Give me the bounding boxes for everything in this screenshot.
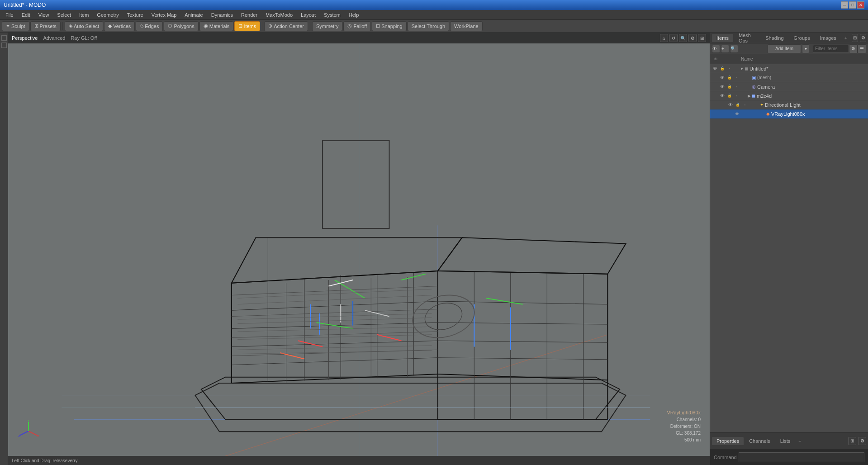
- vp-ctrl-settings[interactable]: ⚙: [688, 34, 697, 42]
- command-bar: Command: [710, 449, 868, 465]
- workplane-button[interactable]: WorkPlane: [450, 21, 483, 31]
- vertices-button[interactable]: ◆ Vertices: [104, 21, 135, 31]
- menu-edit[interactable]: Edit: [18, 11, 34, 19]
- vp-ctrl-search[interactable]: 🔍: [679, 34, 687, 42]
- panel-expand[interactable]: ⊞: [852, 34, 858, 42]
- panel-settings[interactable]: ⚙: [860, 34, 866, 42]
- tab-mesh-ops[interactable]: Mesh Ops: [734, 31, 760, 45]
- menu-help[interactable]: Help: [345, 11, 363, 19]
- main-toolbar: ✦ Sculpt ⊞ Presets ◈ Auto Select ◆ Verti…: [0, 20, 868, 33]
- menu-maxtomodo[interactable]: MaxToModo: [262, 11, 296, 19]
- menu-view[interactable]: View: [35, 11, 53, 19]
- menu-dynamics[interactable]: Dynamics: [208, 11, 237, 19]
- expand-untitled[interactable]: ▼: [739, 66, 745, 71]
- bottom-tab-add[interactable]: +: [796, 437, 804, 445]
- edges-button[interactable]: ◇ Edges: [136, 21, 163, 31]
- add-child-button[interactable]: +: [721, 45, 729, 53]
- tab-groups[interactable]: Groups: [789, 34, 815, 42]
- expand-dir-light[interactable]: ▸: [754, 102, 760, 108]
- expand-mesh-small[interactable]: ▸: [746, 75, 752, 81]
- advanced-label[interactable]: Advanced: [43, 35, 65, 41]
- menu-select[interactable]: Select: [53, 11, 75, 19]
- menu-animate[interactable]: Animate: [181, 11, 206, 19]
- tree-item-camera[interactable]: 👁 🔒 • ▸ ◎ Camera: [710, 82, 868, 91]
- minimize-button[interactable]: ─: [841, 1, 848, 9]
- snapping-button[interactable]: ⊞ Snapping: [372, 21, 407, 31]
- tree-item-dir-light[interactable]: 👁 🔒 • ▸ ✦ Directional Light: [710, 100, 868, 109]
- vp-ctrl-home[interactable]: ⌂: [660, 34, 668, 42]
- polygons-button[interactable]: ⬡ Polygons: [164, 21, 198, 31]
- menu-geometry[interactable]: Geometry: [93, 11, 122, 19]
- falloff-button[interactable]: ◎ Falloff: [343, 21, 371, 31]
- items-button[interactable]: ⊡ Items: [234, 21, 260, 31]
- svg-line-76: [237, 346, 432, 350]
- eye-icon-dir-light[interactable]: 👁: [727, 102, 734, 108]
- eye-toggle[interactable]: 👁: [712, 45, 720, 53]
- viewport-canvas[interactable]: X Y Z VRayLight080x Channels: 0 Deformer…: [8, 43, 710, 456]
- viewport-header: Perspective Advanced Ray GL: Off ⌂ ↺ 🔍 ⚙…: [8, 33, 710, 43]
- viewport[interactable]: Perspective Advanced Ray GL: Off ⌂ ↺ 🔍 ⚙…: [8, 33, 710, 465]
- ray-gl-label[interactable]: Ray GL: Off: [71, 35, 97, 41]
- vp-ctrl-refresh[interactable]: ↺: [669, 34, 678, 42]
- materials-button[interactable]: ◉ Materials: [199, 21, 234, 31]
- add-item-bar: 👁 + 🔍 Add Item ▾ ⚙ ☰: [710, 43, 868, 54]
- tab-images[interactable]: Images: [816, 34, 841, 42]
- expand-camera[interactable]: ▸: [746, 84, 752, 90]
- select-through-button[interactable]: Select Through: [408, 21, 449, 31]
- tree-item-m2c4d[interactable]: 👁 🔒 • ▶ ◼ m2c4d: [710, 91, 868, 100]
- add-item-button[interactable]: Add Item: [768, 44, 801, 53]
- search-button[interactable]: 🔍: [730, 45, 738, 53]
- menu-system[interactable]: System: [320, 11, 344, 19]
- eye-icon-untitled[interactable]: 👁: [712, 66, 718, 72]
- action-center-button[interactable]: ⊕ Action Center: [264, 21, 308, 31]
- close-button[interactable]: ✕: [857, 1, 864, 9]
- title-text: Untitled* - MODO: [4, 2, 46, 8]
- filter-settings-button[interactable]: ⚙: [849, 44, 858, 53]
- tree-item-untitled[interactable]: 👁 🔒 • ▼ ◼ Untitled*: [710, 64, 868, 73]
- tab-properties[interactable]: Properties: [712, 437, 744, 445]
- bottom-panel-expand[interactable]: ⊞: [848, 437, 856, 445]
- tab-add[interactable]: +: [842, 34, 850, 42]
- add-item-dropdown[interactable]: ▾: [802, 44, 809, 53]
- eye-icon-m2c4d[interactable]: 👁: [719, 93, 726, 99]
- items-tree[interactable]: 👁 🔒 • ▼ ◼ Untitled* 👁 🔒 • ▸ ▣ (mesh): [710, 64, 868, 432]
- menu-file[interactable]: File: [2, 11, 17, 19]
- menu-render[interactable]: Render: [237, 11, 261, 19]
- separator-3: [310, 22, 310, 30]
- symmetry-button[interactable]: Symmetry: [312, 21, 343, 31]
- action-center-icon: ⊕: [268, 23, 272, 29]
- right-panel: Items Mesh Ops Shading Groups Images + ⊞…: [710, 33, 868, 465]
- menu-texture[interactable]: Texture: [123, 11, 147, 19]
- sculpt-button[interactable]: ✦ Sculpt: [2, 21, 29, 31]
- menu-vertex-map[interactable]: Vertex Map: [148, 11, 180, 19]
- tree-name-mesh-small: (mesh): [757, 75, 866, 80]
- presets-button[interactable]: ⊞ Presets: [30, 21, 61, 31]
- eye-icon-mesh-small[interactable]: 👁: [719, 75, 726, 81]
- eye-icon-camera[interactable]: 👁: [719, 84, 726, 90]
- maximize-button[interactable]: □: [849, 1, 856, 9]
- tab-shading[interactable]: Shading: [761, 34, 788, 42]
- menu-layout[interactable]: Layout: [297, 11, 319, 19]
- items-panel-header: 👁 Name: [710, 54, 868, 64]
- menu-item[interactable]: Item: [76, 11, 92, 19]
- command-input[interactable]: [739, 452, 864, 462]
- tab-items[interactable]: Items: [712, 34, 733, 42]
- left-tool-1[interactable]: [1, 35, 7, 41]
- vp-ctrl-expand[interactable]: ⊞: [698, 34, 706, 42]
- filter-extra-button[interactable]: ☰: [858, 44, 866, 53]
- expand-vraylight[interactable]: ▸: [761, 111, 766, 117]
- expand-m2c4d[interactable]: ▶: [746, 93, 752, 99]
- svg-line-59: [486, 298, 522, 304]
- eye-icon-vraylight[interactable]: 👁: [734, 111, 740, 117]
- perspective-label[interactable]: Perspective: [12, 35, 38, 41]
- left-tool-2[interactable]: [1, 43, 7, 48]
- bottom-panel-settings[interactable]: ⚙: [858, 437, 866, 445]
- tree-item-vraylight[interactable]: 👁 ▸ ◆ VRayLight080x: [710, 109, 868, 119]
- info-gl: GL: 308,172: [667, 430, 701, 437]
- tab-lists[interactable]: Lists: [776, 437, 795, 445]
- lock-icon-untitled: 🔒: [719, 66, 726, 72]
- auto-select-button[interactable]: ◈ Auto Select: [65, 21, 103, 31]
- tab-channels[interactable]: Channels: [745, 437, 774, 445]
- filter-input[interactable]: [813, 45, 849, 53]
- tree-item-mesh-small[interactable]: 👁 🔒 • ▸ ▣ (mesh): [710, 73, 868, 82]
